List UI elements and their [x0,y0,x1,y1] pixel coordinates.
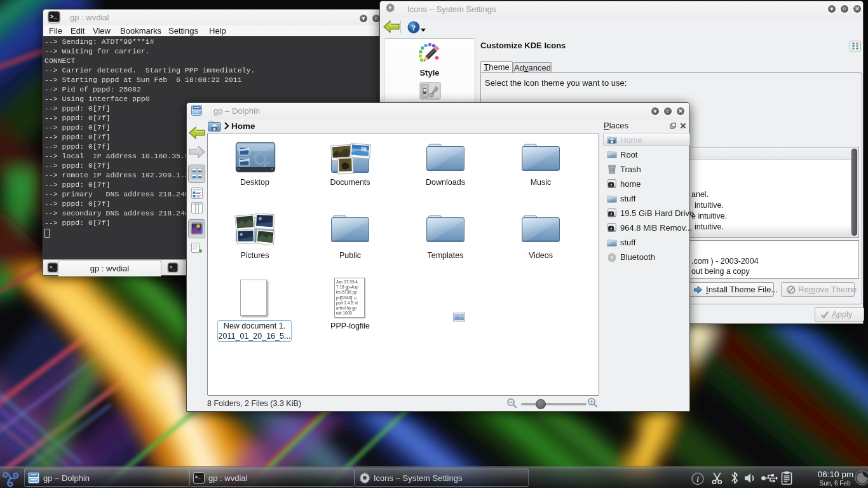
svg-text:?: ? [412,23,416,32]
svg-text:>_: >_ [50,265,56,270]
svg-text:>_: >_ [170,265,176,270]
svg-text:>_: >_ [195,475,201,480]
svg-text:i: i [696,475,699,484]
svg-text:88: 88 [361,146,367,152]
svg-text:>_: >_ [50,14,57,20]
